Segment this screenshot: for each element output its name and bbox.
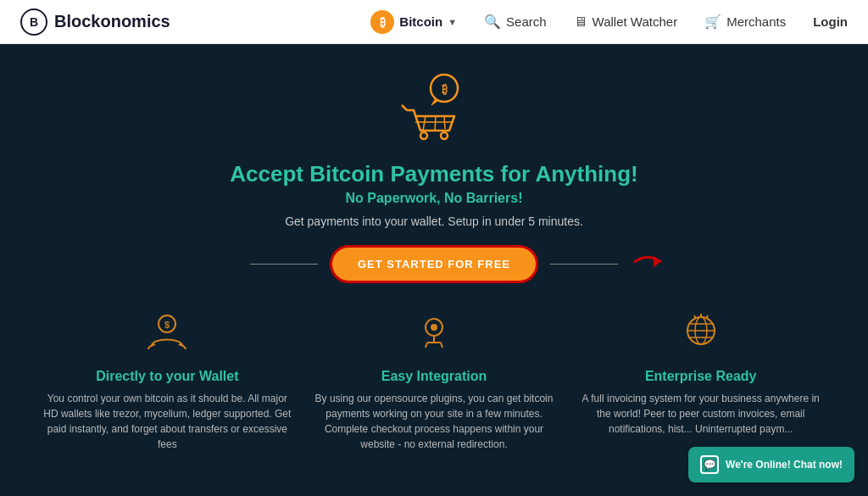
nav-merchants[interactable]: 🛒 Merchants (704, 14, 786, 30)
integration-icon (412, 314, 456, 360)
wallet-icon: $ (145, 314, 189, 360)
nav-search[interactable]: 🔍 Search (484, 14, 547, 30)
merchants-icon: 🛒 (704, 14, 721, 30)
navbar: B Blockonomics ₿ Bitcoin ▼ 🔍 Search 🖥 Wa… (0, 0, 868, 44)
svg-line-6 (435, 116, 436, 131)
cta-arrow-icon (626, 248, 669, 280)
logo-text: Blockonomics (54, 12, 170, 31)
svg-point-13 (431, 324, 437, 331)
feature-wallet-title: Directly to your Wallet (96, 369, 238, 384)
feature-wallet-desc: You control your own bitcoin as it shoul… (42, 391, 292, 452)
feature-enterprise-desc: A full invoicing system for your busines… (576, 391, 826, 437)
cta-row: GET STARTED FOR FREE (250, 245, 618, 283)
wallet-watcher-icon: 🖥 (574, 14, 587, 30)
chat-icon: 💬 (700, 455, 719, 474)
feature-integration: Easy Integration By using our opensource… (309, 314, 559, 452)
wallet-watcher-label: Wallet Watcher (593, 14, 678, 29)
svg-line-5 (423, 116, 426, 131)
bitcoin-icon: ₿ (370, 10, 394, 34)
search-label: Search (506, 14, 547, 29)
search-icon: 🔍 (484, 14, 501, 30)
chevron-down-icon: ▼ (448, 17, 457, 27)
nav-bitcoin[interactable]: ₿ Bitcoin ▼ (370, 10, 457, 34)
hero-subtitle: No Paperwork, No Barriers! (346, 191, 523, 206)
enterprise-icon (679, 314, 723, 360)
svg-marker-9 (654, 255, 660, 267)
svg-line-17 (441, 343, 442, 348)
cta-line-left (250, 264, 318, 265)
hero-desc: Get payments into your wallet. Setup in … (285, 215, 583, 228)
svg-text:$: $ (164, 320, 170, 330)
feature-enterprise-title: Enterprise Ready (645, 369, 757, 384)
logo[interactable]: B Blockonomics (20, 8, 170, 36)
hero-title: Accept Bitcoin Payments for Anything! (230, 161, 638, 187)
hero-shopping-cart-icon: ₿ (392, 70, 476, 146)
feature-integration-title: Easy Integration (381, 369, 487, 384)
nav-wallet-watcher[interactable]: 🖥 Wallet Watcher (574, 14, 678, 30)
hero-section: ₿ Accept Bitcoin Payments for Anything! … (0, 44, 868, 469)
feature-integration-desc: By using our opensource plugins, you can… (309, 391, 559, 452)
svg-text:₿: ₿ (442, 82, 448, 96)
chat-widget[interactable]: 💬 We're Online! Chat now! (688, 447, 854, 482)
svg-point-4 (441, 132, 448, 139)
get-started-button[interactable]: GET STARTED FOR FREE (330, 245, 538, 283)
svg-point-3 (420, 132, 427, 139)
bitcoin-label: Bitcoin (399, 14, 442, 29)
logo-icon: B (20, 8, 47, 36)
svg-line-2 (402, 105, 407, 110)
merchants-label: Merchants (726, 14, 786, 29)
features-section: $ Directly to your Wallet You control yo… (17, 314, 851, 452)
nav-login[interactable]: Login (813, 14, 848, 29)
svg-line-16 (426, 343, 427, 348)
feature-enterprise: Enterprise Ready A full invoicing system… (576, 314, 826, 452)
cta-line-right (550, 264, 618, 265)
feature-wallet: $ Directly to your Wallet You control yo… (42, 314, 292, 452)
chat-label: We're Online! Chat now! (726, 459, 843, 471)
